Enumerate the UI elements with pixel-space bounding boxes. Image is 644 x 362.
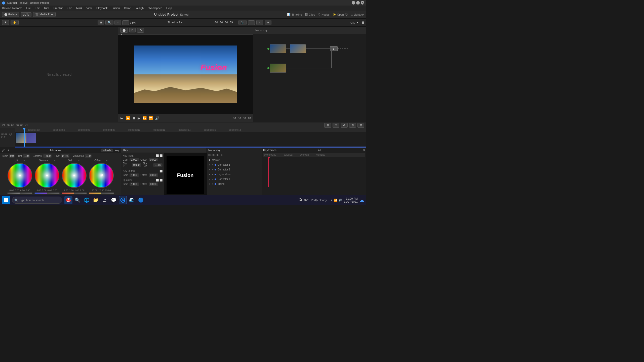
gamma-reset-icon[interactable]: ↺ bbox=[53, 159, 55, 162]
wand-color-icon[interactable]: ✦ bbox=[7, 149, 10, 152]
tab-open-fx[interactable]: ✨ Open FX bbox=[333, 13, 348, 16]
gain-slider[interactable] bbox=[62, 193, 87, 194]
qualifier-gain-value[interactable]: 1.000 bbox=[130, 183, 139, 186]
offset-reset-icon[interactable]: ↺ bbox=[106, 159, 108, 162]
stop-button[interactable]: ⏹ bbox=[132, 116, 136, 120]
hand-button[interactable]: ✋ bbox=[11, 20, 19, 25]
menu-playback[interactable]: Playback bbox=[96, 7, 108, 10]
volume-icon[interactable]: 🔊 bbox=[338, 199, 342, 202]
temp-value[interactable]: 0.0 bbox=[9, 154, 15, 158]
gallery-button[interactable]: ⬤ Gallery bbox=[2, 12, 19, 17]
menu-mark[interactable]: Mark bbox=[76, 7, 82, 10]
key-blur-hv-value[interactable]: 0.000 bbox=[153, 163, 163, 167]
tab-nodes[interactable]: ⬡ Nodes bbox=[318, 13, 330, 16]
window-controls[interactable]: ─ □ ✕ bbox=[352, 1, 364, 5]
grid-button[interactable]: ⊞ bbox=[98, 20, 104, 25]
key-output-gain-value[interactable]: 1.000 bbox=[130, 173, 139, 177]
qualifier-toggle-icon[interactable]: ⬜ ⬜ bbox=[156, 179, 163, 182]
taskbar-clock[interactable]: 11:00 PM 11/27/2021 bbox=[344, 197, 358, 203]
taskbar-files-button[interactable]: 📁 bbox=[92, 196, 100, 204]
qualifier-offset-value[interactable]: 0.000 bbox=[149, 183, 158, 186]
close-button[interactable]: ✕ bbox=[361, 1, 364, 5]
maximize-button[interactable]: □ bbox=[356, 1, 360, 5]
cursor-button[interactable]: ↖ bbox=[256, 20, 263, 25]
menu-color[interactable]: Color bbox=[124, 7, 131, 10]
offset-wheel[interactable] bbox=[89, 163, 114, 188]
menu-trim[interactable]: Trim bbox=[44, 7, 49, 10]
menu-clip[interactable]: Clip bbox=[67, 7, 72, 10]
tab-timeline[interactable]: 📊 Timeline bbox=[287, 13, 302, 16]
node-04[interactable]: 04 bbox=[290, 44, 306, 53]
key-output-toggle-icon[interactable]: ⬜ bbox=[159, 170, 163, 172]
step-back-button[interactable]: ⏪ bbox=[126, 116, 130, 120]
minimize-button[interactable]: ─ bbox=[352, 1, 355, 5]
menu-view[interactable]: View bbox=[86, 7, 92, 10]
network-icon[interactable]: 📶 bbox=[334, 199, 337, 202]
pivot-value[interactable]: 0.435 bbox=[61, 154, 69, 158]
menu-edit[interactable]: Edit bbox=[35, 7, 39, 10]
node-02[interactable]: 02 bbox=[270, 44, 286, 53]
tray-chevron-icon[interactable]: ∧ bbox=[331, 199, 333, 202]
gamma-slider[interactable] bbox=[34, 193, 60, 194]
menu-timeline[interactable]: Timeline bbox=[53, 7, 63, 10]
go-to-start-button[interactable]: ⏮ bbox=[120, 116, 124, 120]
menu-fusion[interactable]: Fusion bbox=[112, 7, 120, 10]
preview-btn-1[interactable]: ⬤ bbox=[120, 28, 128, 33]
timeline-clip[interactable] bbox=[16, 133, 36, 143]
keyframes-filter[interactable]: All bbox=[318, 149, 321, 152]
play-button[interactable]: ▶ bbox=[138, 116, 140, 120]
wheels-label[interactable]: Wheels bbox=[101, 149, 113, 152]
key-blur-r-value[interactable]: 0.000 bbox=[132, 163, 141, 167]
taskbar-search-bar[interactable]: 🔍 Type here to search bbox=[12, 197, 62, 204]
taskbar-browser2-button[interactable]: 🌊 bbox=[128, 196, 136, 204]
wand-button[interactable]: ✦ bbox=[265, 20, 271, 25]
start-button[interactable] bbox=[2, 196, 10, 204]
color-tool-1[interactable]: ⊞ bbox=[324, 123, 331, 128]
menu-fairlight[interactable]: Fairlight bbox=[135, 7, 144, 10]
zoom-fit-button[interactable]: ⤢ bbox=[114, 20, 121, 25]
preview-btn-3[interactable]: ⟲ bbox=[137, 28, 144, 33]
color-tool-2[interactable]: ⊙ bbox=[333, 123, 339, 128]
zoom-more-button[interactable]: ··· bbox=[122, 20, 129, 25]
taskbar-search-app-button[interactable]: 🔍 bbox=[73, 196, 82, 204]
lift-wheel[interactable] bbox=[7, 163, 32, 188]
gamma-wheel[interactable] bbox=[34, 163, 60, 188]
step-forward-button[interactable]: ⏩ bbox=[142, 116, 147, 120]
luts-button[interactable]: LUTs bbox=[21, 12, 31, 17]
gain-wheel[interactable] bbox=[62, 163, 87, 188]
tab-lightbox[interactable]: □ Lightbox bbox=[351, 13, 364, 16]
camera-button[interactable]: 📷 bbox=[238, 20, 247, 25]
gain-reset-icon[interactable]: ↺ bbox=[78, 159, 80, 162]
preview-btn-2[interactable]: □ bbox=[129, 28, 136, 32]
offset-slider[interactable] bbox=[89, 193, 114, 194]
keyframes-settings-icon[interactable]: ⚙ bbox=[363, 148, 365, 152]
volume-button[interactable]: 🔊 bbox=[155, 116, 159, 120]
node-01[interactable]: 01 bbox=[270, 64, 286, 73]
tint-value[interactable]: 0.00 bbox=[23, 154, 30, 158]
lift-slider[interactable] bbox=[7, 193, 32, 194]
flag-button[interactable]: ⚑ bbox=[2, 20, 9, 25]
color-tool-3[interactable]: ⊕ bbox=[341, 123, 348, 128]
eyedropper-icon[interactable]: 🖊 bbox=[2, 149, 5, 152]
more-button[interactable]: ··· bbox=[248, 20, 255, 25]
loop-button[interactable]: 🔁 bbox=[149, 116, 153, 120]
middetail-value[interactable]: 0.00 bbox=[85, 154, 92, 158]
taskbar-store-button[interactable]: 🗂 bbox=[101, 196, 109, 204]
taskbar-app9-button[interactable]: 🔵 bbox=[137, 196, 145, 204]
taskbar-resolve-button[interactable]: 🌀 bbox=[119, 196, 127, 204]
onedrive-icon[interactable]: ☁ bbox=[360, 197, 364, 203]
media-pool-button[interactable]: 🎬 Media Pool bbox=[33, 12, 56, 17]
taskbar-explorer-button[interactable]: 🎯 bbox=[64, 196, 72, 204]
taskbar-teams-button[interactable]: 💬 bbox=[110, 196, 118, 204]
tab-clips[interactable]: 🎞 Clips bbox=[305, 13, 315, 16]
taskbar-browser-button[interactable]: 🌐 bbox=[83, 196, 91, 204]
contrast-value[interactable]: 1.000 bbox=[43, 154, 52, 158]
color-tool-5[interactable]: ⊠ bbox=[357, 123, 364, 128]
color-tool-4[interactable]: ⊟ bbox=[349, 123, 356, 128]
lift-reset-icon[interactable]: ↺ bbox=[23, 159, 25, 162]
zoom-in-button[interactable]: 🔍 bbox=[105, 20, 113, 25]
menu-help[interactable]: Help bbox=[166, 7, 172, 10]
key-input-gain-value[interactable]: 1.000 bbox=[130, 158, 139, 161]
menu-file[interactable]: File bbox=[26, 7, 31, 10]
key-input-toggle-icon[interactable]: ⬜ ⬜ bbox=[156, 154, 163, 157]
